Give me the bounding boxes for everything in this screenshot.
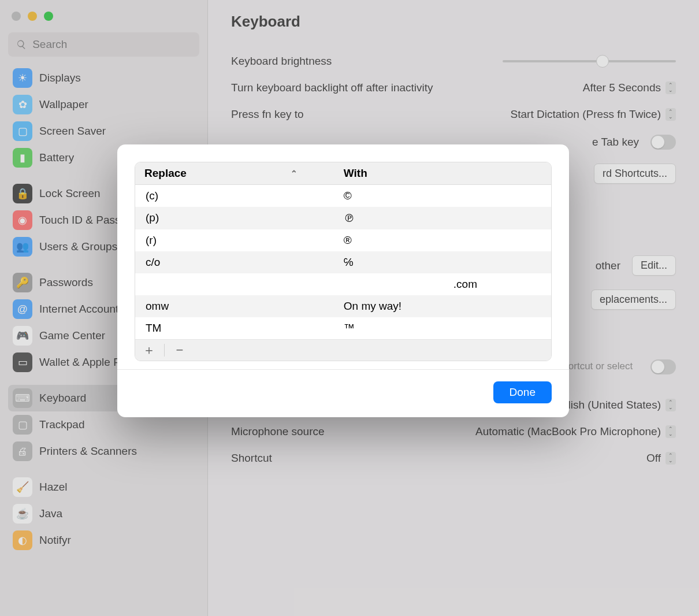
cell-replace[interactable]: TM xyxy=(135,322,339,335)
sort-caret-icon: ⌃ xyxy=(291,169,298,178)
remove-button[interactable]: − xyxy=(173,343,187,357)
cell-with[interactable]: ™ xyxy=(339,322,551,335)
column-replace[interactable]: Replace ⌃ xyxy=(135,167,339,180)
cell-replace[interactable] xyxy=(135,278,339,291)
cell-with[interactable]: © xyxy=(339,190,551,202)
table-row[interactable]: c/o℅ xyxy=(135,251,551,273)
dialog-actions: Done xyxy=(117,369,569,417)
cell-with[interactable]: ℅ xyxy=(339,256,551,269)
cell-with[interactable]: On my way! xyxy=(339,300,551,313)
table-row[interactable]: omwOn my way! xyxy=(135,295,551,317)
table-row[interactable]: (r)® xyxy=(135,229,551,251)
table-row[interactable]: (c)© xyxy=(135,185,551,207)
add-button[interactable]: ＋ xyxy=(142,343,156,357)
cell-with[interactable]: .com xyxy=(339,278,551,291)
cell-replace[interactable]: c/o xyxy=(135,256,339,269)
cell-replace[interactable]: (c) xyxy=(135,190,339,202)
cell-with[interactable]: ℗ xyxy=(339,211,551,225)
text-replacements-dialog: Replace ⌃ With (c)©(p)℗(r)®c/o℅.comomwOn… xyxy=(117,144,569,417)
table-row[interactable]: TM™ xyxy=(135,317,551,339)
column-with[interactable]: With xyxy=(339,167,551,180)
cell-replace[interactable]: (p) xyxy=(135,211,339,225)
cell-with[interactable]: ® xyxy=(339,234,551,247)
table-header: Replace ⌃ With xyxy=(135,162,551,185)
cell-replace[interactable]: omw xyxy=(135,300,339,313)
table-row[interactable]: (p)℗ xyxy=(135,207,551,229)
replacements-table: Replace ⌃ With (c)©(p)℗(r)®c/o℅.comomwOn… xyxy=(135,162,552,361)
done-button[interactable]: Done xyxy=(493,381,552,403)
table-footer: ＋ − xyxy=(135,339,551,361)
table-row[interactable]: .com xyxy=(135,273,551,295)
cell-replace[interactable]: (r) xyxy=(135,234,339,247)
